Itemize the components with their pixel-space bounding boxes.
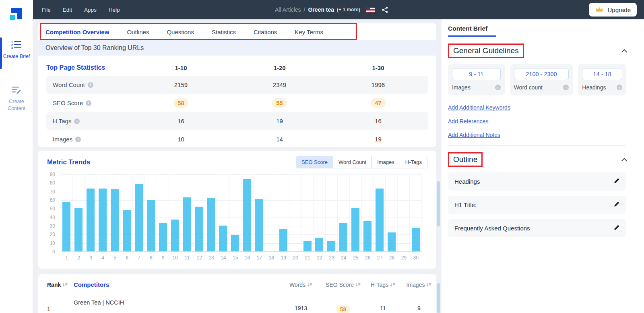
x-axis-tick: 20 — [289, 255, 301, 261]
guideline-label: Images — [452, 84, 471, 91]
chart-bar — [135, 184, 143, 252]
add-references-link[interactable]: Add References — [448, 118, 626, 124]
chevron-up-icon[interactable] — [621, 158, 627, 164]
logo-icon — [8, 5, 25, 23]
share-icon[interactable] — [382, 6, 388, 13]
breadcrumb-all-articles[interactable]: All Articles — [275, 6, 301, 13]
chart-bar-slot-8 — [145, 174, 157, 251]
upgrade-button[interactable]: Upgrade — [589, 3, 637, 17]
upgrade-label: Upgrade — [607, 6, 631, 13]
menu-file[interactable]: File — [42, 7, 51, 13]
tab-key-terms[interactable]: Key Terms — [295, 29, 323, 35]
chart-bar-slot-21 — [301, 174, 314, 251]
overview-banner: Overview of Top 30 Ranking URLs — [38, 40, 436, 56]
column-h-tags[interactable]: H-Tags — [364, 282, 402, 288]
info-icon[interactable]: i — [495, 85, 501, 90]
x-axis-tick: 9 — [157, 255, 169, 261]
column-words[interactable]: Words — [280, 282, 322, 288]
x-axis-tick: 12 — [193, 255, 205, 261]
chart-bar-slot-20 — [289, 174, 301, 251]
add-additional-notes-link[interactable]: Add Additional Notes — [448, 132, 626, 138]
tab-competition-overview[interactable]: Competition Overview — [45, 29, 109, 35]
word-count-range-input[interactable]: 2100 - 2300 — [514, 68, 569, 80]
stats-value: 1996 — [329, 81, 427, 88]
info-icon[interactable]: i — [75, 137, 81, 142]
column-images[interactable]: Images — [402, 282, 436, 288]
toggle-images[interactable]: Images — [372, 156, 400, 168]
pencil-icon[interactable] — [614, 201, 620, 209]
outline-item-headings[interactable]: Headings — [448, 172, 626, 191]
content-brief-panel: Content Brief General Guidelines 9 - 11 … — [442, 19, 644, 313]
sort-icon — [390, 282, 395, 287]
content-brief-tab-row: Content Brief — [448, 25, 644, 37]
outline-item-faq[interactable]: Frequently Asked Questions — [448, 219, 626, 237]
add-additional-keywords-link[interactable]: Add Additional Keywords — [448, 104, 626, 111]
chart-bar — [231, 235, 239, 252]
x-axis-tick: 29 — [398, 255, 410, 261]
outline-item-h1-title[interactable]: H1 Title: — [448, 196, 626, 214]
outline-list: Headings H1 Title: Frequently Asked Ques… — [448, 172, 626, 237]
brief-links: Add Additional Keywords Add References A… — [448, 104, 626, 138]
chart-bar — [255, 199, 263, 251]
y-axis-tick: 20 — [41, 232, 55, 237]
x-axis-tick: 17 — [254, 255, 266, 261]
info-icon[interactable]: i — [617, 85, 622, 90]
breadcrumb-more-count[interactable]: (+ 1 more) — [337, 7, 360, 12]
tab-questions[interactable]: Questions — [167, 29, 194, 35]
competitor-seo-score: 58 — [322, 295, 364, 313]
info-icon[interactable]: i — [563, 85, 569, 90]
toggle-word-count[interactable]: Word Count — [333, 156, 372, 168]
chart-bar — [171, 220, 179, 251]
sidebar-item-create-brief[interactable]: 1 2 3 Create Brief — [0, 40, 33, 60]
stats-value: 2349 — [230, 81, 329, 88]
tab-content-brief[interactable]: Content Brief — [448, 25, 496, 37]
headings-range-input[interactable]: 14 - 18 — [582, 68, 622, 80]
stats-row-seo-score: SEO Scorei 58 55 47 — [46, 94, 428, 112]
sort-icon — [355, 282, 361, 287]
info-icon[interactable]: i — [88, 82, 93, 88]
chart-bar — [159, 223, 167, 251]
tab-outlines[interactable]: Outlines — [127, 29, 149, 35]
y-axis-tick: 60 — [41, 197, 55, 203]
x-axis-tick: 21 — [301, 255, 314, 261]
chart-bar — [376, 189, 384, 251]
guideline-label: Headings — [582, 84, 606, 91]
outline-item-label: Headings — [454, 178, 480, 185]
chevron-up-icon[interactable] — [621, 49, 627, 55]
stats-value: 19 — [230, 118, 329, 124]
tab-statistics[interactable]: Statistics — [212, 29, 236, 35]
vertical-scrollbar[interactable] — [437, 283, 440, 313]
info-icon[interactable]: i — [86, 100, 91, 106]
sidebar-item-create-content[interactable]: Create Content — [0, 85, 33, 112]
toggle-h-tags[interactable]: H-Tags — [400, 156, 427, 168]
images-range-input[interactable]: 9 - 11 — [452, 68, 501, 80]
metric-trends-title: Metric Trends — [47, 158, 90, 166]
toggle-seo-score[interactable]: SEO Score — [296, 156, 333, 168]
info-icon[interactable]: i — [74, 118, 80, 124]
breadcrumb-current-article: Green tea — [308, 6, 334, 13]
sort-icon — [62, 282, 68, 287]
outline-item-label: Frequently Asked Questions — [454, 225, 530, 232]
vertical-scrollbar[interactable] — [437, 181, 440, 226]
chart-bar-slot-29 — [398, 174, 410, 251]
guideline-label: Word count — [514, 84, 543, 91]
guideline-card-headings: 14 - 18 Headings i — [578, 64, 626, 95]
menu-help[interactable]: Help — [109, 7, 120, 13]
pencil-icon[interactable] — [614, 178, 620, 185]
sort-icon — [307, 282, 312, 287]
us-flag-icon[interactable] — [366, 7, 375, 12]
svg-text:3: 3 — [11, 46, 13, 49]
competitor-name[interactable]: Green Tea | NCCIH — [74, 295, 280, 306]
tab-citations[interactable]: Citations — [254, 29, 277, 35]
column-competitors[interactable]: Competitors — [74, 281, 280, 288]
table-row[interactable]: 1 Green Tea | NCCIH 1913 58 11 9 — [38, 295, 436, 313]
menu-apps[interactable]: Apps — [84, 7, 97, 13]
chart-bar — [351, 208, 359, 251]
app-logo[interactable] — [8, 5, 25, 23]
menu-edit[interactable]: Edit — [63, 7, 72, 13]
chart-bar-slot-17 — [254, 174, 266, 251]
column-rank[interactable]: Rank — [47, 282, 74, 288]
pencil-icon[interactable] — [614, 224, 620, 232]
column-seo-score[interactable]: SEO Score — [322, 282, 364, 288]
outline-item-label: H1 Title: — [454, 201, 477, 208]
